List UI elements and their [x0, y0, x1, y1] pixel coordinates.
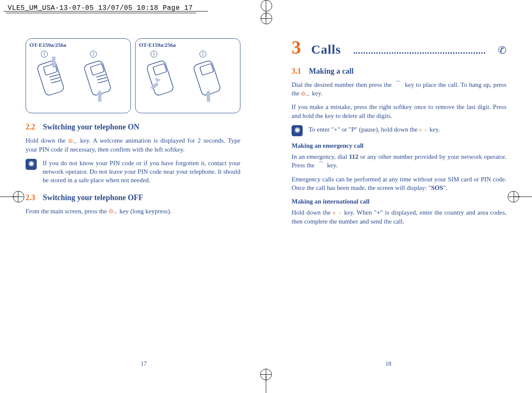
tip-plus-pause: To enter "+" or "P" (pause), hold down t…	[292, 125, 506, 136]
section-number: 3.1	[292, 67, 301, 75]
subheading-international: Making an international call	[292, 197, 506, 206]
page-17: OT-E159a/256a 1 2 OT-E159a/256a 1 2	[0, 34, 266, 376]
subheading-emergency: Making an emergency call	[292, 141, 506, 150]
text: key.	[428, 126, 440, 133]
power-key-icon	[109, 209, 118, 214]
figure-row: OT-E159a/256a 1 2 OT-E159a/256a 1 2	[26, 38, 240, 113]
svg-line-8	[96, 75, 106, 77]
phone-icon: ✆	[498, 43, 506, 57]
crop-register-top	[261, 18, 272, 19]
paragraph-sos: Emergency calls can be performed at any …	[292, 175, 506, 192]
print-crop-header: VLE5_UM_USA-13-07-05 13/07/05 10:18 Page…	[6, 3, 196, 13]
figure-label: OT-E159a/256a	[139, 41, 237, 49]
paragraph-emergency: In an emergency, dial 112 or any other n…	[292, 152, 506, 170]
text: key.	[310, 90, 322, 97]
text: Hold down the	[292, 209, 333, 216]
svg-line-4	[51, 80, 61, 83]
tip-2-2: If you do not know your PIN code or if y…	[26, 159, 240, 185]
text: Hold down the	[26, 137, 68, 144]
leader-dots	[354, 47, 485, 54]
section-3-1-heading: 3.1Making a call	[292, 66, 506, 76]
chapter-number: 3	[292, 38, 301, 57]
power-key-icon	[68, 139, 78, 144]
paragraph-dial: Dial the desired number then press the k…	[292, 80, 506, 98]
text: From the main screen, press the	[26, 208, 109, 215]
figure-box-1: OT-E159a/256a 1 2	[26, 38, 131, 113]
zero-plus-key-icon: 0 +	[419, 127, 428, 132]
phone-illustration	[32, 56, 71, 103]
phone-illustration	[142, 56, 180, 103]
section-title: Switching your telephone OFF	[43, 193, 143, 202]
text: In an emergency, dial	[292, 153, 349, 160]
tip-icon	[292, 125, 303, 136]
svg-marker-15	[155, 78, 161, 82]
tip-icon	[26, 159, 37, 170]
section-title: Making a call	[309, 67, 354, 75]
section-number: 2.3	[26, 193, 35, 202]
section-2-3-heading: 2.3Switching your telephone OFF	[26, 192, 240, 203]
spread: OT-E159a/256a 1 2 OT-E159a/256a 1 2	[0, 34, 532, 376]
tip-text: If you do not know your PIN code or if y…	[43, 159, 240, 185]
figure-label: OT-E159a/256a	[29, 41, 127, 49]
section-2-3-body: From the main screen, press the key (lon…	[26, 207, 240, 215]
page-18: 3 Calls ✆ 3.1Making a call Dial the desi…	[266, 34, 532, 376]
section-2-2-body: Hold down the key. A welcome animation i…	[26, 136, 240, 154]
emergency-number: 112	[349, 153, 359, 160]
zero-plus-key-icon: 0 +	[333, 210, 342, 215]
call-key-icon	[316, 164, 326, 169]
text: key.	[326, 162, 338, 169]
text: To enter "+" or "P" (pause), hold down t…	[309, 126, 419, 133]
svg-rect-12	[146, 60, 174, 96]
phone-illustration	[189, 56, 227, 103]
svg-rect-13	[153, 63, 167, 75]
text: key (long keypress).	[118, 208, 172, 215]
paragraph-international: Hold down the 0 + key. When "+" is displ…	[292, 208, 506, 226]
page-number-left: 17	[141, 361, 147, 367]
call-key-icon	[393, 83, 403, 88]
section-title: Switching your telephone ON	[43, 123, 139, 131]
chapter-3-heading: 3 Calls ✆	[292, 38, 506, 58]
chapter-title: Calls	[311, 41, 341, 58]
phone-illustration	[79, 56, 118, 103]
svg-line-9	[97, 77, 107, 80]
svg-rect-0	[37, 60, 65, 96]
svg-rect-17	[200, 63, 214, 75]
text: key. When "	[342, 209, 376, 216]
svg-marker-11	[96, 90, 103, 102]
svg-line-2	[49, 75, 59, 77]
svg-rect-7	[90, 63, 104, 75]
section-number: 2.2	[26, 123, 35, 131]
plus-symbol: +	[376, 209, 380, 216]
text: Emergency calls can be performed at any …	[292, 176, 506, 191]
svg-line-10	[98, 80, 107, 83]
svg-marker-5	[50, 57, 57, 69]
paragraph-mistake: If you make a mistake, press the right s…	[292, 103, 506, 120]
sos-text: SOS	[431, 184, 443, 191]
figure-box-2: OT-E159a/256a 1 2	[135, 38, 240, 113]
text: Dial the desired number then press the	[292, 81, 393, 88]
tip-text: To enter "+" or "P" (pause), hold down t…	[309, 125, 506, 136]
text: ".	[443, 184, 448, 191]
end-key-icon	[301, 92, 310, 97]
svg-line-3	[50, 77, 60, 80]
svg-rect-6	[84, 60, 112, 96]
svg-rect-16	[193, 60, 221, 96]
section-2-2-heading: 2.2Switching your telephone ON	[26, 122, 240, 132]
header-rule	[3, 11, 208, 11]
svg-marker-18	[205, 90, 212, 102]
page-number-right: 18	[385, 361, 391, 367]
